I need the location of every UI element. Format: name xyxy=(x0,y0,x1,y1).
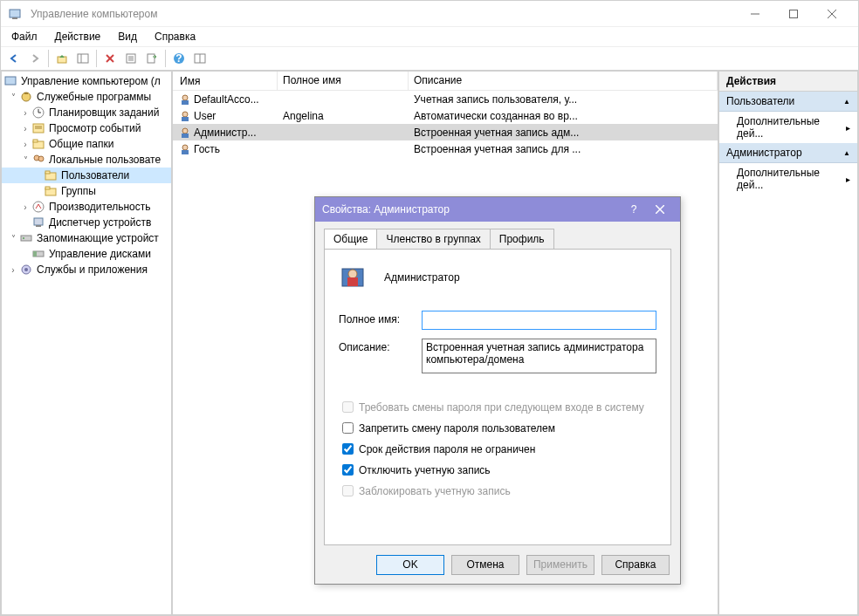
chk-cantchange-row[interactable]: Запретить смену пароля пользователем xyxy=(339,420,656,436)
dialog-titlebar: Свойства: Администратор ? xyxy=(315,197,680,222)
svg-rect-39 xyxy=(36,225,41,227)
chk-neverexpires[interactable] xyxy=(342,443,354,455)
tree-scheduler[interactable]: ›Планировщик заданий xyxy=(2,105,171,120)
minimize-button[interactable] xyxy=(736,1,774,27)
maximize-button[interactable] xyxy=(774,1,813,27)
svg-text:?: ? xyxy=(175,52,182,65)
dialog-title: Свойства: Администратор xyxy=(322,203,621,216)
tree-users[interactable]: Пользователи xyxy=(2,168,171,183)
actions-more-users[interactable]: Дополнительные дей...▸ xyxy=(719,112,857,143)
svg-point-37 xyxy=(33,202,44,212)
tree-servicesapps[interactable]: ›Службы и приложения xyxy=(2,262,171,277)
help-button-dlg[interactable]: Справка xyxy=(601,555,670,575)
menubar: Файл Действие Вид Справка xyxy=(1,27,858,46)
svg-point-48 xyxy=(182,112,188,117)
refresh-button[interactable] xyxy=(190,49,210,68)
svg-point-57 xyxy=(348,270,357,278)
list-row[interactable]: ГостьВстроенная учетная запись для ... xyxy=(173,140,718,157)
user-icon xyxy=(339,262,370,293)
window-title: Управление компьютером xyxy=(27,8,736,20)
col-desc[interactable]: Описание xyxy=(409,72,718,90)
show-hide-tree-button[interactable] xyxy=(73,49,93,68)
svg-rect-49 xyxy=(182,117,189,121)
titlebar: Управление компьютером xyxy=(1,1,858,27)
tree-pane[interactable]: Управление компьютером (л ˅Служебные про… xyxy=(1,71,172,615)
svg-point-32 xyxy=(38,156,44,161)
up-button[interactable] xyxy=(52,49,72,68)
properties-button[interactable] xyxy=(121,49,141,68)
properties-dialog: Свойства: Администратор ? Общие Членство… xyxy=(314,196,681,585)
tree-sharedfolders[interactable]: ›Общие папки xyxy=(2,136,171,152)
actions-more-admin[interactable]: Дополнительные дей...▸ xyxy=(719,163,857,195)
user-icon xyxy=(178,92,192,106)
svg-rect-36 xyxy=(45,187,50,189)
delete-button[interactable] xyxy=(100,49,120,68)
user-name-label: Администратор xyxy=(384,271,460,284)
menu-action[interactable]: Действие xyxy=(48,29,108,44)
svg-rect-47 xyxy=(182,100,189,105)
svg-rect-20 xyxy=(5,77,16,85)
tree-diskmgmt[interactable]: Управление дисками xyxy=(2,246,171,262)
svg-rect-43 xyxy=(33,251,37,257)
svg-rect-6 xyxy=(58,57,66,63)
chk-disabled[interactable] xyxy=(342,464,354,476)
chevron-right-icon: ▸ xyxy=(846,123,850,133)
chk-locked-row: Заблокировать учетную запись xyxy=(339,483,656,499)
svg-point-45 xyxy=(24,268,28,271)
dialog-close-button[interactable] xyxy=(647,197,673,222)
user-icon xyxy=(178,109,192,123)
tab-general[interactable]: Общие xyxy=(324,229,377,249)
close-button[interactable] xyxy=(813,1,851,27)
svg-rect-3 xyxy=(790,10,798,17)
user-icon xyxy=(178,142,192,156)
svg-rect-40 xyxy=(21,236,31,241)
svg-point-46 xyxy=(182,95,188,100)
tree-performance[interactable]: ›Производительность xyxy=(2,199,171,215)
svg-rect-15 xyxy=(148,54,155,63)
description-label: Описание: xyxy=(339,339,422,353)
menu-file[interactable]: Файл xyxy=(4,29,45,44)
ok-button[interactable]: OK xyxy=(376,555,444,575)
actions-section-admin[interactable]: Администратор▲ xyxy=(719,143,857,163)
forward-button[interactable] xyxy=(25,49,45,68)
tree-localusers[interactable]: ˅Локальные пользовате xyxy=(2,152,171,168)
list-row[interactable]: DefaultAcco...Учетная запись пользовател… xyxy=(173,91,718,107)
dialog-button-row: OK Отмена Применить Справка xyxy=(315,545,680,584)
help-button[interactable]: ? xyxy=(169,49,189,68)
actions-section-users[interactable]: Пользователи▲ xyxy=(719,92,857,112)
list-row[interactable]: Администр...Встроенная учетная запись ад… xyxy=(173,124,718,140)
col-fullname[interactable]: Полное имя xyxy=(278,72,409,90)
menu-help[interactable]: Справка xyxy=(148,29,203,44)
export-button[interactable] xyxy=(142,49,161,68)
tree-storage[interactable]: ˅Запоминающие устройст xyxy=(2,230,171,246)
svg-rect-53 xyxy=(182,150,189,154)
apply-button[interactable]: Применить xyxy=(526,555,594,575)
svg-point-52 xyxy=(182,145,188,150)
col-name[interactable]: Имя xyxy=(173,72,278,90)
description-input[interactable] xyxy=(422,339,656,373)
cancel-button[interactable]: Отмена xyxy=(451,555,519,575)
chk-cantchange[interactable] xyxy=(342,422,354,434)
svg-rect-0 xyxy=(10,10,20,17)
tab-memberof[interactable]: Членство в группах xyxy=(376,229,490,249)
tree-groups[interactable]: Группы xyxy=(2,183,171,199)
list-row[interactable]: UserAngelinaАвтоматически созданная во в… xyxy=(173,107,718,124)
back-button[interactable] xyxy=(4,49,24,68)
menu-view[interactable]: Вид xyxy=(111,29,144,44)
svg-rect-7 xyxy=(78,54,88,63)
chk-neverexpires-row[interactable]: Срок действия пароля не ограничен xyxy=(339,441,656,457)
tree-services[interactable]: ˅Служебные программы xyxy=(2,89,171,105)
tree-eventviewer[interactable]: ›Просмотр событий xyxy=(2,120,171,136)
fullname-input[interactable] xyxy=(422,311,656,330)
tree-devicemgr[interactable]: Диспетчер устройств xyxy=(2,215,171,230)
toolbar: ? xyxy=(1,46,858,71)
tab-profile[interactable]: Профиль xyxy=(490,229,554,249)
list-header: Имя Полное имя Описание xyxy=(173,72,718,91)
tree-root[interactable]: Управление компьютером (л xyxy=(2,73,171,89)
fullname-label: Полное имя: xyxy=(339,311,422,325)
tab-general-page: Администратор Полное имя: Описание: Треб… xyxy=(324,249,671,545)
chk-mustchange xyxy=(342,401,354,413)
dialog-help-button[interactable]: ? xyxy=(621,197,647,222)
chk-disabled-row[interactable]: Отключить учетную запись xyxy=(339,462,656,478)
chk-locked xyxy=(342,485,354,496)
